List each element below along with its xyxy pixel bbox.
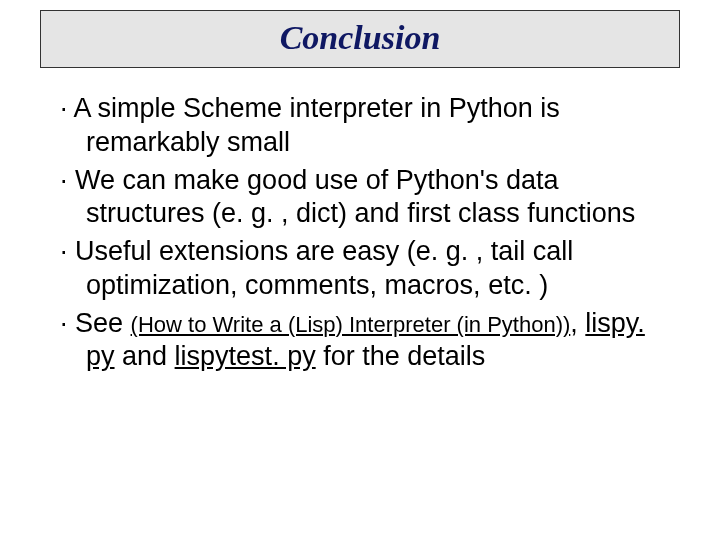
reference-link-article[interactable]: (How to Write a (Lisp) Interpreter (in P…: [131, 312, 571, 337]
bullet-item: · A simple Scheme interpreter in Python …: [60, 92, 660, 160]
bullet-mid: ,: [570, 308, 585, 338]
bullet-icon: ·: [60, 308, 68, 338]
bullet-icon: ·: [60, 93, 68, 123]
bullet-suffix: for the details: [316, 341, 486, 371]
bullet-item: · See (How to Write a (Lisp) Interpreter…: [60, 307, 660, 375]
bullet-text: We can make good use of Python's data st…: [75, 165, 635, 229]
slide: Conclusion · A simple Scheme interpreter…: [0, 10, 720, 540]
bullet-text: A simple Scheme interpreter in Python is…: [74, 93, 560, 157]
reference-link-lispytest[interactable]: lispytest. py: [175, 341, 316, 371]
bullet-mid: and: [115, 341, 175, 371]
slide-body: · A simple Scheme interpreter in Python …: [60, 92, 660, 374]
title-bar: Conclusion: [40, 10, 680, 68]
bullet-text: Useful extensions are easy (e. g. , tail…: [75, 236, 573, 300]
bullet-icon: ·: [60, 165, 68, 195]
bullet-prefix: See: [75, 308, 131, 338]
slide-title: Conclusion: [41, 19, 679, 57]
bullet-item: · We can make good use of Python's data …: [60, 164, 660, 232]
bullet-icon: ·: [60, 236, 68, 266]
bullet-item: · Useful extensions are easy (e. g. , ta…: [60, 235, 660, 303]
